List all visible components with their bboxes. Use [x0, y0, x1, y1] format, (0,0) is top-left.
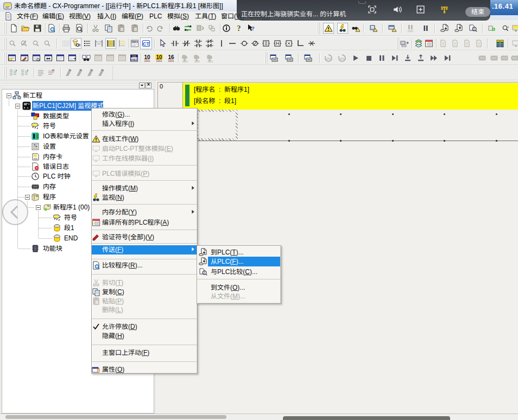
svg-text:101: 101	[340, 57, 345, 60]
svg-text:?: ?	[237, 24, 241, 33]
svg-text:SMA: SMA	[131, 40, 138, 43]
svg-text:1001: 1001	[182, 60, 188, 63]
svg-text:CT: CT	[143, 41, 149, 47]
svg-text:1001: 1001	[407, 29, 413, 33]
svg-text:1001: 1001	[156, 59, 162, 62]
svg-text:?: ?	[251, 25, 255, 31]
svg-text:101: 101	[132, 55, 136, 58]
svg-text:1001: 1001	[207, 60, 213, 63]
svg-text:DBZ: DBZ	[131, 58, 138, 61]
svg-text:1001: 1001	[194, 60, 200, 63]
svg-text:1001: 1001	[144, 59, 150, 62]
svg-text:101: 101	[326, 57, 331, 60]
svg-text:1001: 1001	[168, 59, 174, 62]
